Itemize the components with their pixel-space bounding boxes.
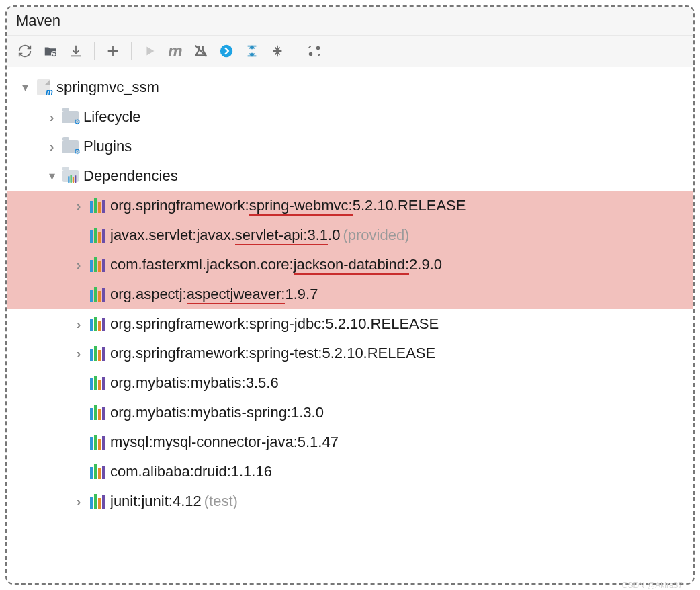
chevron-right-icon[interactable]: [70, 346, 87, 362]
refresh-icon[interactable]: [13, 40, 36, 62]
dependencies-node[interactable]: Dependencies: [7, 161, 693, 191]
dependency-item[interactable]: org.mybatis:mybatis-spring:1.3.0: [7, 398, 693, 427]
dependency-label: junit:junit:4.12: [110, 493, 202, 510]
library-icon: [87, 494, 107, 509]
library-icon: [87, 317, 107, 331]
dependency-item[interactable]: com.alibaba:druid:1.1.16: [7, 457, 693, 487]
plugins-folder-icon: [62, 140, 79, 153]
library-icon: [87, 257, 107, 272]
panel-title: Maven: [7, 7, 693, 36]
project-node[interactable]: springmvc_ssm: [7, 73, 693, 102]
library-icon: [87, 376, 107, 390]
dependency-item[interactable]: mysql:mysql-connector-java:5.1.47: [7, 427, 693, 457]
library-icon: [87, 228, 107, 243]
chevron-right-icon[interactable]: [70, 494, 87, 509]
dependency-item[interactable]: com.fasterxml.jackson.core:jackson-datab…: [7, 250, 693, 280]
collapse-all-icon[interactable]: [266, 40, 289, 62]
lifecycle-folder-icon: [62, 111, 79, 123]
toolbar: m: [7, 36, 693, 67]
dependency-label: org.springframework:spring-jdbc:5.2.10.R…: [110, 315, 439, 333]
dependency-scope: (test): [204, 493, 238, 510]
dependency-label: mysql:mysql-connector-java:5.1.47: [110, 433, 339, 451]
dependency-label: org.springframework:spring-test:5.2.10.R…: [110, 345, 435, 362]
dependency-label: com.fasterxml.jackson.core:jackson-datab…: [110, 256, 442, 273]
dependency-item[interactable]: org.springframework:spring-webmvc:5.2.10…: [7, 191, 693, 220]
expand-all-icon[interactable]: [240, 40, 263, 62]
maven-m-icon[interactable]: m: [164, 40, 187, 62]
dependency-item[interactable]: javax.servlet:javax.servlet-api:3.1.0(pr…: [7, 220, 693, 250]
offline-icon[interactable]: [215, 40, 238, 62]
dependency-label: org.springframework:spring-webmvc:5.2.10…: [110, 197, 466, 214]
library-icon: [87, 198, 107, 213]
library-icon: [87, 346, 107, 361]
project-name-label: springmvc_ssm: [56, 79, 159, 96]
chevron-down-icon[interactable]: [16, 80, 34, 95]
dependency-tree: springmvc_ssm Lifecycle Plugins Dependen…: [7, 67, 693, 583]
chevron-right-icon[interactable]: [70, 317, 87, 332]
chevron-right-icon[interactable]: [70, 257, 87, 273]
dependency-label: javax.servlet:javax.servlet-api:3.1.0: [110, 226, 340, 244]
maven-panel: Maven m: [5, 5, 695, 585]
dependency-item[interactable]: org.springframework:spring-test:5.2.10.R…: [7, 339, 693, 368]
library-icon: [87, 287, 107, 302]
dependency-label: org.mybatis:mybatis:3.5.6: [110, 374, 279, 392]
skip-tests-icon[interactable]: [189, 40, 212, 62]
separator: [94, 42, 95, 60]
chevron-right-icon[interactable]: [43, 139, 60, 155]
dependency-item[interactable]: junit:junit:4.12(test): [7, 487, 693, 516]
svg-point-1: [220, 45, 232, 57]
chevron-right-icon[interactable]: [43, 110, 60, 125]
separator: [131, 42, 132, 60]
module-icon: [37, 79, 50, 95]
dependency-item[interactable]: org.mybatis:mybatis:3.5.6: [7, 368, 693, 398]
dependencies-label: Dependencies: [83, 167, 178, 185]
add-icon[interactable]: [101, 40, 124, 62]
lifecycle-label: Lifecycle: [83, 108, 141, 126]
dependencies-folder-icon: [62, 170, 79, 182]
dependency-item[interactable]: org.aspectj:aspectjweaver:1.9.7: [7, 280, 693, 309]
library-icon: [87, 464, 107, 479]
dependency-label: org.aspectj:aspectjweaver:1.9.7: [110, 286, 318, 303]
library-icon: [87, 405, 107, 420]
run-icon[interactable]: [138, 40, 161, 62]
plugins-node[interactable]: Plugins: [7, 132, 693, 161]
chevron-down-icon[interactable]: [43, 169, 60, 183]
download-sources-icon[interactable]: [64, 40, 87, 62]
dependency-label: com.alibaba:druid:1.1.16: [110, 463, 272, 480]
dependency-scope: (provided): [343, 226, 409, 244]
dependency-item[interactable]: org.springframework:spring-jdbc:5.2.10.R…: [7, 309, 693, 339]
lifecycle-node[interactable]: Lifecycle: [7, 102, 693, 132]
library-icon: [87, 435, 107, 450]
settings-icon[interactable]: [303, 40, 326, 62]
chevron-right-icon[interactable]: [70, 198, 87, 214]
folder-refresh-icon[interactable]: [39, 40, 62, 62]
separator: [296, 42, 296, 60]
dependency-label: org.mybatis:mybatis-spring:1.3.0: [110, 404, 324, 421]
plugins-label: Plugins: [83, 138, 132, 155]
